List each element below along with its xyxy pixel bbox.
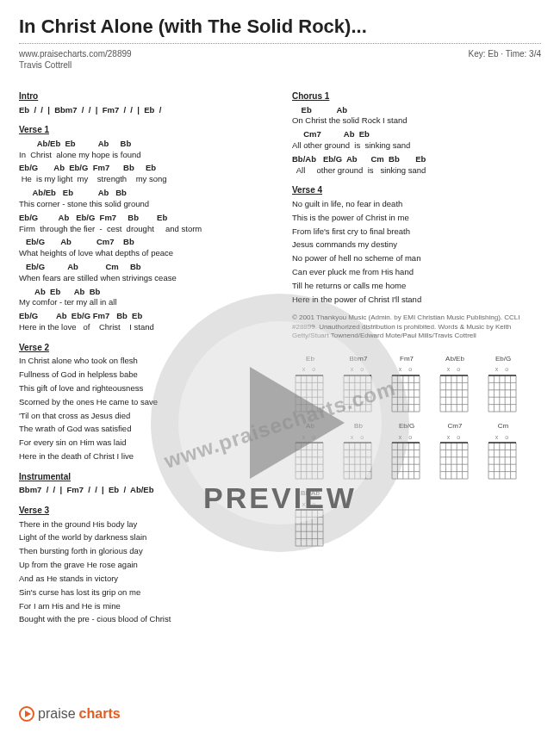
fretboard-icon: [485, 441, 520, 481]
fretboard-icon: [292, 374, 327, 413]
v3-l3: Up from the grave He rose again: [19, 560, 268, 571]
logo-text-1: praise: [38, 706, 76, 722]
preview-label: PREVIEW: [203, 481, 357, 515]
chord-diagram: Cm7x o: [437, 422, 473, 481]
chord-label: Ab/Eb: [437, 355, 473, 364]
chord-label: Eb/G: [485, 355, 521, 364]
v1-c5: Eb/G Ab Cm7 Bb: [19, 237, 268, 248]
divider: [19, 43, 541, 44]
chord-diagram: Cmx o: [485, 422, 521, 481]
v1-c7: Ab Eb Ab Bb: [19, 287, 268, 298]
fret-marks: x o: [292, 365, 328, 373]
v2-l0: In Christ alone who took on flesh: [19, 356, 268, 367]
ch-c2: Cm7 Ab Eb: [292, 129, 541, 140]
fretboard-icon: [389, 441, 423, 481]
v2-l2: This gift of love and righteousness: [19, 383, 268, 394]
v3-l2: Then bursting forth in glorious day: [19, 546, 268, 557]
key-time: Key: Eb · Time: 3/4: [469, 49, 541, 59]
v1-c4: Eb/G Ab Eb/G Fm7 Bb Eb: [19, 213, 268, 224]
v3-l4: And as He stands in victory: [19, 574, 268, 585]
copyright-text: © 2001 Thankyou Music (Admin. by EMI Chr…: [292, 313, 541, 340]
section-verse2: Verse 2: [19, 342, 268, 354]
chord-diagram: Bbx o: [340, 422, 376, 481]
fretboard-icon: [340, 374, 375, 413]
chord-diagram: Abx o: [292, 422, 328, 481]
v4-l2: From life's first cry to final breath: [292, 226, 541, 238]
fretboard-icon: [437, 441, 471, 481]
v3-l0: There in the ground His body lay: [19, 519, 268, 530]
chord-label: Eb: [292, 355, 328, 364]
fretboard-icon: [389, 374, 423, 413]
chord-label: Bb: [340, 422, 376, 431]
fret-marks: x o: [437, 365, 473, 373]
chord-diagram: Fm7x o: [389, 355, 425, 413]
footer-logo: praisecharts: [19, 706, 121, 722]
v2-l6: For every sin on Him was laid: [19, 437, 268, 449]
chord-diagram: Eb/Gx o: [485, 355, 521, 413]
v2-l5: The wrath of God was satisfied: [19, 424, 268, 435]
v2-l7: Here in the death of Christ I live: [19, 451, 268, 462]
v1-l3: This corner - stone this solid ground: [19, 199, 268, 210]
v4-l5: Can ever pluck me from His hand: [292, 267, 541, 278]
v1-c3: Ab/Eb Eb Ab Bb: [19, 188, 268, 199]
v4-l6: Till he returns or calls me home: [292, 281, 541, 292]
chord-label: Bbm7: [340, 355, 376, 364]
left-column: Intro Eb / / | Bbm7 / / | Fm7 / / | Eb /…: [19, 82, 268, 628]
v1-l6: When fears are stilled when strivings ce…: [19, 273, 268, 284]
v1-l5: What heights of love what depths of peac…: [19, 248, 268, 259]
ch-c1: Eb Ab: [292, 105, 541, 116]
ch-l2: All other ground is sinking sand: [292, 140, 541, 152]
chord-label: Cm7: [437, 422, 473, 431]
page-title: In Christ Alone (with The Solid Rock)...: [19, 16, 541, 38]
v1-l2: He is my light my strength my song: [19, 174, 268, 185]
fretboard-icon: [292, 441, 327, 481]
artist: Travis Cottrell: [19, 60, 541, 70]
v1-c2: Eb/G Ab Eb/G Fm7 Bb Eb: [19, 163, 268, 174]
chord-diagram: Eb/Gx o: [389, 422, 425, 481]
v3-l5: Sin's curse has lost its grip on me: [19, 587, 268, 599]
section-verse4: Verse 4: [292, 184, 541, 196]
chord-diagrams: Ebx oBbm7x oFm7x oAb/Ebx oEb/Gx oAbx oBb…: [292, 355, 541, 549]
v2-l3: Scorned by the ones He came to save: [19, 397, 268, 408]
section-verse1: Verse 1: [19, 124, 268, 136]
chord-label: Fm7: [389, 355, 425, 364]
v1-l1: In Christ alone my hope is found: [19, 150, 268, 161]
fret-marks: x o: [437, 433, 473, 441]
ch-c3: Bb/Ab Eb/G Ab Cm Bb Eb: [292, 154, 541, 165]
v1-l4: Firm through the fier - cest drought and…: [19, 224, 268, 235]
fret-marks: x o: [389, 433, 425, 441]
v1-c6: Eb/G Ab Cm Bb: [19, 262, 268, 273]
fret-marks: x o: [485, 365, 521, 373]
fret-marks: x o: [340, 433, 376, 441]
section-chorus1: Chorus 1: [292, 90, 541, 102]
chord-label: Cm: [485, 422, 521, 431]
v4-l3: Jesus commands my destiny: [292, 239, 541, 251]
v1-l8: Here in the love of Christ I stand: [19, 322, 268, 333]
v4-l0: No guilt in life, no fear in death: [292, 199, 541, 210]
v3-l1: Light of the world by darkness slain: [19, 532, 268, 543]
play-icon: [19, 706, 34, 722]
chord-diagram: Ab/Ebx o: [437, 355, 473, 413]
chord-label: Eb/G: [389, 422, 425, 431]
v4-l7: Here in the power of Christ I'll stand: [292, 295, 541, 306]
v1-c1: Ab/Eb Eb Ab Bb: [19, 139, 268, 150]
fretboard-icon: [485, 374, 520, 413]
v3-l7: Bought with the pre - cious blood of Chr…: [19, 614, 268, 625]
v4-l4: No power of hell no scheme of man: [292, 253, 541, 264]
section-intro: Intro: [19, 90, 268, 102]
source-url: www.praisecharts.com/28899: [19, 49, 132, 59]
right-column: Chorus 1 Eb Ab On Christ the solid Rock …: [292, 82, 541, 628]
v2-l1: Fullness of God in helpless babe: [19, 369, 268, 381]
intro-chords: Eb / / | Bbm7 / / | Fm7 / / | Eb /: [19, 105, 268, 116]
chord-diagram: Bbm7x o: [340, 355, 376, 413]
ch-l1: On Christ the solid Rock I stand: [292, 115, 541, 127]
content-columns: Intro Eb / / | Bbm7 / / | Fm7 / / | Eb /…: [19, 82, 541, 628]
fretboard-icon: [340, 441, 375, 481]
fret-marks: x o: [485, 433, 521, 441]
fret-marks: x o: [340, 365, 376, 373]
chord-diagram: Ebx o: [292, 355, 328, 413]
meta-row: www.praisecharts.com/28899 Key: Eb · Tim…: [19, 49, 541, 59]
v2-l4: 'Til on that cross as Jesus died: [19, 411, 268, 422]
chord-label: Ab: [292, 422, 328, 431]
fret-marks: x o: [292, 433, 328, 441]
